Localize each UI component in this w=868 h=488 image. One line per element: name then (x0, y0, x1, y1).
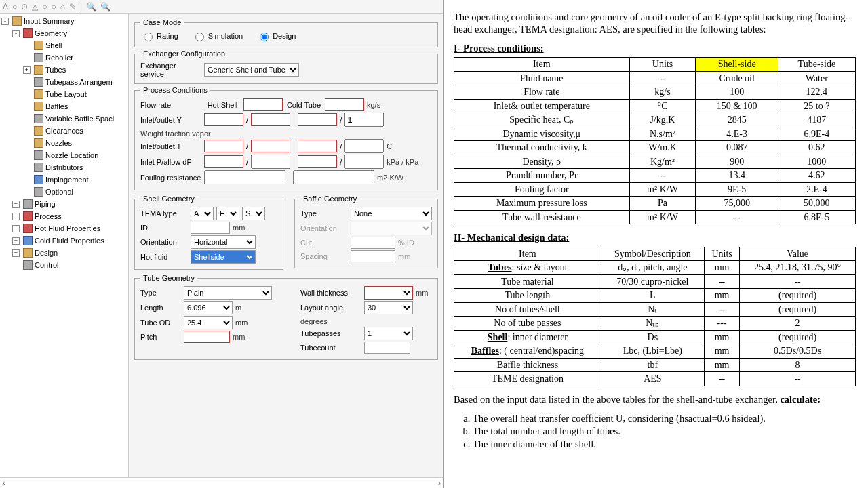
mechanical-design-table: ItemSymbol/DescriptionUnitsValueTubes: s… (454, 247, 856, 386)
tree-item[interactable]: Distributors (0, 161, 128, 174)
exchanger-config-group: Exchanger Configuration Exchanger servic… (134, 49, 438, 84)
question-list: The overall heat transfer coefficient U,… (454, 412, 864, 450)
case-mode-group: Case Mode Rating Simulation Design (134, 18, 438, 47)
navigation-tree[interactable]: -Input Summary-GeometryShellReboiler+Tub… (0, 14, 129, 477)
tree-item[interactable]: +Piping (0, 198, 128, 210)
zoom-in-icon[interactable]: 🔍 (86, 2, 96, 12)
tree-item[interactable]: +Design (0, 247, 128, 259)
tree-item[interactable]: -Geometry (0, 27, 128, 39)
tree-item[interactable]: Nozzle Location (0, 149, 128, 161)
tree-item[interactable]: Reboiler (0, 52, 128, 64)
wall-thickness-select[interactable] (364, 286, 413, 300)
baffle-cut-input[interactable] (351, 237, 395, 249)
tree-item[interactable]: +Hot Fluid Properties (0, 222, 128, 235)
zoom-out-icon[interactable]: 🔍 (100, 2, 111, 12)
toolbar-btn[interactable]: ○ (12, 2, 17, 12)
shell-id-input[interactable] (191, 222, 230, 234)
baffle-geometry-group: Baffle Geometry Type None Orientation Cu… (294, 195, 438, 268)
baffle-orient-select[interactable] (351, 222, 432, 235)
tree-item[interactable]: Impingement (0, 174, 128, 186)
horizontal-scrollbar[interactable]: ‹› (0, 477, 443, 488)
toolbar-btn[interactable]: ○ (52, 2, 56, 12)
tree-item[interactable]: Clearances (0, 125, 128, 137)
tree-item[interactable]: +Tubes (0, 64, 128, 76)
tree-item[interactable]: Tube Layout (0, 88, 128, 100)
tree-root[interactable]: -Input Summary (0, 15, 128, 27)
tree-item[interactable]: Variable Baffle Spaci (0, 113, 128, 125)
tree-item[interactable]: Nozzles (0, 137, 128, 149)
tree-item[interactable]: +Process (0, 210, 128, 222)
tube-geometry-group: Tube Geometry Type Plain Length 6.096 m … (134, 274, 438, 360)
section-heading: I- Process conditions: (454, 42, 864, 54)
tree-item[interactable]: Control (0, 259, 128, 271)
casemode-radio[interactable]: Rating (140, 30, 178, 41)
tube-type-select[interactable]: Plain (184, 286, 272, 300)
tube-length-select[interactable]: 6.096 (184, 301, 233, 314)
tube-od-select[interactable]: 25.4 (184, 316, 233, 329)
tree-item[interactable]: Optional (0, 186, 128, 198)
casemode-radio[interactable]: Design (256, 30, 296, 41)
tube-pitch-input[interactable] (184, 331, 230, 343)
toolbar-btn[interactable]: A (3, 2, 8, 12)
exchanger-service-select[interactable]: Generic Shell and Tube (204, 63, 299, 77)
toolbar-btn[interactable]: ⊙ (21, 2, 28, 12)
shell-geometry-group: Shell Geometry TEMA type A E S ID mm (134, 195, 283, 270)
hot-fluid-select[interactable]: Shellside (191, 250, 256, 264)
orientation-select[interactable]: Horizontal (191, 235, 256, 249)
tree-item[interactable]: Shell (0, 39, 128, 52)
tema-b-select[interactable]: E (216, 207, 239, 220)
application-panel: A ○ ⊙ △ ○ ○ ⌂ ✎ | 🔍 🔍 -Input Summary-Geo… (0, 0, 444, 488)
process-conditions-table: ItemUnitsShell-sideTube-sideFluid name--… (454, 57, 856, 224)
section-heading: II- Mechanical design data: (454, 231, 864, 243)
toolbar-btn[interactable]: △ (32, 2, 38, 12)
geometry-form: Case Mode Rating Simulation Design Excha… (129, 14, 443, 477)
process-conditions-group: Process Conditions Flow rateHot Shell Co… (134, 86, 438, 190)
tubepasses-select[interactable]: 1 (364, 327, 413, 340)
tema-a-select[interactable]: A (191, 207, 214, 220)
tree-item[interactable]: Tubepass Arrangem (0, 76, 128, 88)
baffle-type-select[interactable]: None (351, 207, 432, 220)
document-panel: The operating conditions and core geomet… (444, 0, 868, 488)
tubecount-input[interactable] (364, 342, 410, 354)
tree-item[interactable]: Baffles (0, 100, 128, 113)
toolbar-btn[interactable]: ○ (42, 2, 47, 12)
intro-text: The operating conditions and core geomet… (454, 11, 864, 35)
toolbar: A ○ ⊙ △ ○ ○ ⌂ ✎ | 🔍 🔍 (0, 0, 443, 14)
tema-c-select[interactable]: S (242, 207, 265, 220)
toolbar-btn[interactable]: ⌂ (60, 2, 65, 12)
tree-item[interactable]: +Cold Fluid Properties (0, 235, 128, 247)
toolbar-btn[interactable]: ✎ (69, 2, 76, 12)
legend: Case Mode (140, 18, 184, 26)
baffle-spacing-input[interactable] (351, 250, 395, 262)
casemode-radio[interactable]: Simulation (192, 30, 243, 41)
layout-angle-select[interactable]: 30 (364, 301, 413, 314)
